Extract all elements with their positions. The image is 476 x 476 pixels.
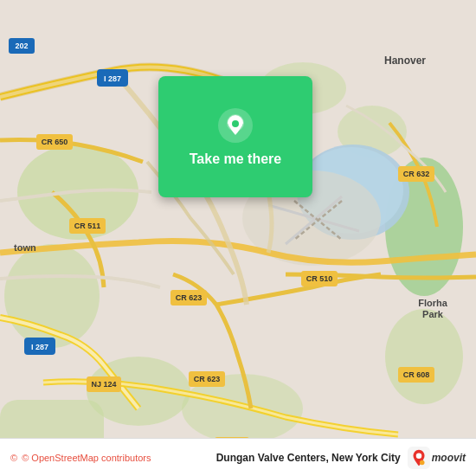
location-pin-icon [216,106,254,145]
svg-text:I 287: I 287 [104,74,121,83]
svg-point-53 [415,453,421,459]
svg-text:Hanover: Hanover [384,55,426,67]
svg-point-51 [232,120,239,127]
moovit-logo: moovit [408,447,466,469]
svg-point-8 [385,309,463,404]
svg-text:CR 623: CR 623 [176,293,203,302]
moovit-icon [408,447,430,469]
svg-point-54 [420,460,425,465]
svg-text:202: 202 [15,42,28,50]
moovit-text: moovit [432,452,466,464]
map-svg: I 287 202 CR 650 CR 511 I 287 NJ 124 NJ … [0,0,476,476]
map-container: I 287 202 CR 650 CR 511 I 287 NJ 124 NJ … [0,0,476,476]
svg-text:Florha: Florha [418,298,447,308]
svg-text:CR 608: CR 608 [403,370,430,379]
location-label: Dungan Valve Centers, New York City [216,452,401,464]
svg-text:I 287: I 287 [31,343,48,351]
bottom-bar: © © OpenStreetMap contributors Dungan Va… [0,438,476,476]
svg-text:town: town [14,242,36,253]
svg-text:CR 511: CR 511 [74,222,101,230]
osm-credit: © © OpenStreetMap contributors [10,453,216,463]
svg-text:CR 632: CR 632 [403,170,430,178]
osm-text: © OpenStreetMap contributors [22,453,151,463]
svg-text:NJ 124: NJ 124 [91,380,116,389]
take-me-there-card[interactable]: Take me there [158,76,312,197]
svg-text:CR 623: CR 623 [194,375,221,383]
svg-text:CR 650: CR 650 [42,138,68,146]
take-me-there-label: Take me there [190,151,281,167]
svg-text:Park: Park [422,309,444,319]
copyright-symbol: © [10,453,17,463]
svg-text:CR 510: CR 510 [306,274,333,283]
